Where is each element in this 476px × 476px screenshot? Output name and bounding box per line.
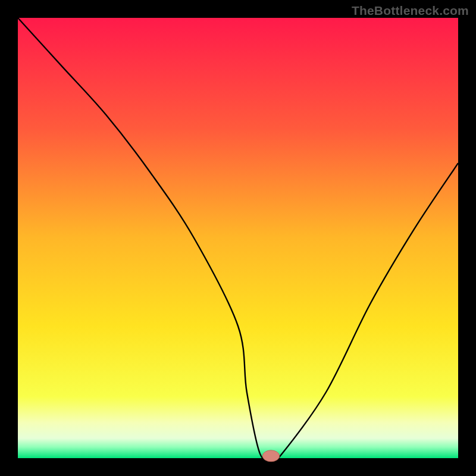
- plot-background: [18, 18, 458, 458]
- chart-svg: [0, 0, 476, 476]
- watermark-text: TheBottleneck.com: [352, 4, 469, 18]
- optimal-point-marker: [262, 450, 279, 462]
- bottleneck-chart: TheBottleneck.com: [0, 0, 476, 476]
